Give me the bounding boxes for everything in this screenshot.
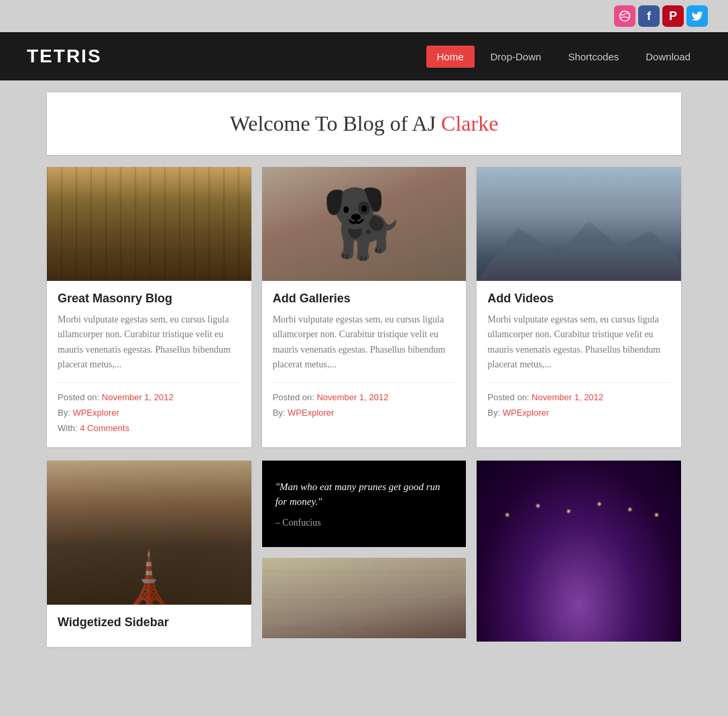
svg-point-0 [620,11,630,21]
posted-on-label-3: Posted on: [487,392,529,402]
nav-shortcodes[interactable]: Shortcodes [557,46,629,68]
street-image [262,558,467,638]
facebook-icon[interactable]: f [638,5,660,27]
welcome-title: Welcome To Blog of AJ Clarke [60,111,668,136]
with-label-1: With: [58,423,78,433]
site-logo[interactable]: TETRIS [27,46,102,67]
post-2-author[interactable]: WPExplorer [288,408,334,418]
blog-grid-row2: Widgetized Sidebar "Man who eat many pru… [47,461,681,647]
post-1-title[interactable]: Great Masonry Blog [58,292,241,306]
quote-author: – Confucius [276,518,453,528]
site-header: TETRIS Home Drop-Down Shortcodes Downloa… [0,32,728,80]
nav-dropdown[interactable]: Drop-Down [480,46,552,68]
blog-card-5 [477,461,681,642]
blog-card-1: Great Masonry Blog Morbi vulputate egest… [47,167,251,447]
post-2-excerpt: Morbi vulputate egestas sem, eu cursus l… [273,312,456,373]
posted-on-label: Posted on: [58,392,99,402]
middle-column: "Man who eat many prunes get good run fo… [262,461,467,638]
post-4-title[interactable]: Widgetized Sidebar [58,615,241,630]
welcome-banner: Welcome To Blog of AJ Clarke [47,93,681,155]
post-2-title[interactable]: Add Galleries [273,292,456,306]
lights-image[interactable] [477,461,681,642]
blog-grid-row1: Great Masonry Blog Morbi vulputate egest… [47,167,681,447]
post-3-image[interactable] [477,167,681,281]
blog-card-2: Add Galleries Morbi vulputate egestas se… [262,167,467,447]
post-1-date[interactable]: November 1, 2012 [102,392,174,402]
post-2-meta: Posted on: November 1, 2012 By: WPExplor… [273,390,456,421]
post-3-date[interactable]: November 1, 2012 [532,392,603,402]
blog-card-3: Add Videos Morbi vulputate egestas sem, … [477,167,681,447]
quote-card: "Man who eat many prunes get good run fo… [262,461,467,547]
by-label-1: By: [58,408,70,418]
post-1-image[interactable] [47,167,251,281]
nav-home[interactable]: Home [426,46,475,68]
pinterest-icon[interactable]: P [662,5,684,27]
post-2-image[interactable] [262,167,467,281]
nav-download[interactable]: Download [635,46,701,68]
post-1-meta: Posted on: November 1, 2012 By: WPExplor… [58,390,241,436]
dribbble-icon[interactable] [614,5,635,27]
by-label-2: By: [273,408,286,418]
quote-text: "Man who eat many prunes get good run fo… [276,479,453,510]
post-1-author[interactable]: WPExplorer [72,408,119,418]
post-2-date[interactable]: November 1, 2012 [316,392,388,402]
post-3-author[interactable]: WPExplorer [503,408,549,418]
posted-on-label-2: Posted on: [273,392,314,402]
main-nav: Home Drop-Down Shortcodes Download [426,46,701,68]
post-3-excerpt: Morbi vulputate egestas sem, eu cursus l… [487,312,670,373]
post-3-title[interactable]: Add Videos [487,292,670,306]
street-image-card[interactable] [262,558,467,638]
social-bar: f P [0,0,728,32]
post-1-comments[interactable]: 4 Comments [80,423,129,433]
post-4-image[interactable] [47,461,251,605]
blog-card-4: Widgetized Sidebar [47,461,251,647]
post-3-meta: Posted on: November 1, 2012 By: WPExplor… [487,390,670,421]
by-label-3: By: [487,408,500,418]
twitter-icon[interactable] [686,5,708,27]
post-1-excerpt: Morbi vulputate egestas sem, eu cursus l… [58,312,241,373]
